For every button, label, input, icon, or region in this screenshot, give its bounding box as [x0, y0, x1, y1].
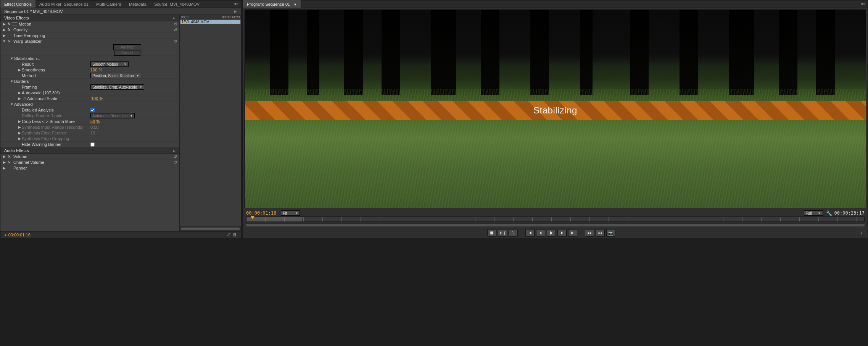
effect-warp-stabilizer[interactable]: fx Warp Stabilizer ↺: [0, 39, 179, 44]
keyframe-stopwatch-icon[interactable]: ⏱: [22, 97, 27, 101]
lift-button[interactable]: [585, 229, 594, 237]
method-dropdown[interactable]: Position, Scale, Rotation▼: [90, 73, 141, 78]
twisty-icon[interactable]: [2, 22, 6, 26]
warp-framing: Framing Stabilize, Crop, Auto-scale▼: [0, 84, 179, 90]
play-button[interactable]: [547, 229, 556, 237]
clip-block[interactable]: MVI_4048.MOV: [180, 19, 241, 24]
timeline-hscroll[interactable]: [180, 226, 241, 231]
twisty-icon[interactable]: [10, 79, 14, 83]
hide-banner-checkbox[interactable]: [90, 142, 95, 147]
trash-icon[interactable]: 🗑: [233, 232, 237, 237]
reset-button[interactable]: ↺: [172, 27, 178, 32]
twisty-icon[interactable]: [17, 131, 22, 135]
fx-enabled-icon[interactable]: fx: [6, 160, 12, 164]
twisty-icon[interactable]: [2, 28, 6, 32]
fx-enabled-icon[interactable]: fx: [6, 39, 12, 43]
effect-motion[interactable]: fx Motion ↺: [0, 21, 179, 27]
result-dropdown[interactable]: Smooth Motion▼: [90, 61, 129, 67]
fx-enabled-icon[interactable]: fx: [6, 28, 12, 32]
go-to-in-button[interactable]: [525, 229, 535, 237]
footer-timecode[interactable]: 00:00:01:16: [8, 233, 31, 237]
warp-analyze-row: Analyze: [0, 44, 179, 50]
warp-hide-banner: Hide Warning Banner: [0, 142, 179, 147]
effect-channel-volume[interactable]: fx Channel Volume ↺: [0, 160, 179, 165]
detailed-analysis-checkbox[interactable]: [90, 108, 95, 112]
playhead-indicator[interactable]: [184, 24, 184, 226]
reset-button[interactable]: ↺: [172, 154, 178, 159]
twisty-icon[interactable]: [2, 39, 6, 43]
tab-multi-camera[interactable]: Multi-Camera: [92, 1, 125, 8]
settings-wrench-icon[interactable]: 🔧: [826, 210, 832, 216]
effect-time-remapping[interactable]: Time Remapping: [0, 33, 179, 39]
effect-volume[interactable]: fx Volume ↺: [0, 154, 179, 160]
extract-button[interactable]: [596, 229, 605, 237]
twisty-icon[interactable]: [10, 102, 14, 106]
program-viewport[interactable]: Stabilizing: [245, 10, 866, 208]
warp-smoothness: Smoothness 100 %: [0, 67, 179, 73]
reset-button[interactable]: ↺: [172, 160, 178, 165]
twisty-icon[interactable]: [17, 137, 22, 141]
zoom-fit-dropdown[interactable]: Fit▼: [281, 210, 300, 216]
warp-borders-group[interactable]: Borders: [0, 79, 179, 84]
export-frame-button[interactable]: 📷: [606, 229, 615, 237]
smoothness-value[interactable]: 100 %: [90, 68, 102, 72]
current-timecode[interactable]: 00:00:01:16: [246, 210, 276, 216]
chevron-down-icon[interactable]: ▼: [293, 3, 297, 6]
reset-button[interactable]: ↺: [172, 39, 178, 44]
twisty-icon[interactable]: [2, 34, 6, 37]
step-forward-button[interactable]: [557, 229, 567, 237]
go-to-out-button[interactable]: [568, 229, 577, 237]
in-out-range[interactable]: [246, 217, 302, 222]
effect-controls-timeline[interactable]: 00;00 00:00:14:23 MVI_4048.MOV: [180, 15, 241, 231]
step-back-button[interactable]: [536, 229, 545, 237]
clip-header: Sequence 01 * MVI_4048.MOV ▶: [0, 8, 241, 15]
mark-in-button[interactable]: [487, 229, 496, 237]
warp-stabilization-group[interactable]: Stabilization...: [0, 56, 179, 61]
warp-advanced-group[interactable]: Advanced: [0, 102, 179, 107]
twisty-icon[interactable]: [10, 57, 14, 60]
program-time-ruler[interactable]: [246, 217, 865, 222]
program-hscroll[interactable]: [246, 223, 865, 227]
tab-audio-mixer[interactable]: Audio Mixer: Sequence 01: [35, 1, 92, 8]
mark-clip-button[interactable]: }: [509, 229, 518, 237]
tab-effect-controls[interactable]: Effect Controls: [0, 0, 35, 8]
fx-enabled-icon[interactable]: fx: [6, 22, 12, 26]
playhead-indicator[interactable]: [251, 216, 254, 219]
warp-autoscale: Auto-scale (107.3%): [0, 90, 179, 96]
panel-menu[interactable]: ▾≡: [232, 2, 241, 6]
twisty-icon[interactable]: [17, 68, 22, 72]
reset-button[interactable]: ↺: [172, 22, 178, 27]
mark-out-button[interactable]: {: [498, 229, 507, 237]
additional-scale-value[interactable]: 100 %: [91, 96, 103, 101]
twisty-icon[interactable]: [17, 91, 22, 95]
twisty-icon[interactable]: [17, 120, 22, 123]
audio-effects-header[interactable]: Audio Effects▲: [0, 147, 179, 154]
video-effects-header[interactable]: Video Effects▲: [0, 15, 179, 21]
synth-range-value: 0.50: [90, 125, 98, 129]
twisty-icon[interactable]: [17, 97, 22, 100]
effect-opacity[interactable]: fx Opacity ↺: [0, 27, 179, 33]
analyze-button[interactable]: Analyze: [113, 44, 142, 50]
warp-detailed-analysis: Detailed Analysis: [0, 107, 179, 113]
resolution-dropdown[interactable]: Full▼: [804, 210, 823, 216]
synth-feather-value: 10: [90, 131, 95, 135]
fx-enabled-icon[interactable]: fx: [6, 155, 12, 158]
panel-menu[interactable]: ▾≡: [859, 2, 868, 6]
twisty-icon[interactable]: [2, 166, 6, 170]
tab-program[interactable]: Program: Sequence 01 ▼: [243, 0, 301, 8]
zoom-tool-icon[interactable]: ⤢: [227, 232, 230, 237]
effect-panner[interactable]: Panner: [0, 165, 179, 171]
cancel-button[interactable]: Cancel: [114, 50, 140, 56]
framing-dropdown[interactable]: Stabilize, Crop, Auto-scale▼: [90, 84, 144, 90]
effect-box-icon[interactable]: [12, 22, 17, 26]
program-monitor-panel: Program: Sequence 01 ▼ ▾≡ Stabilizing 00…: [243, 0, 868, 238]
svg-rect-1: [588, 233, 589, 234]
twisty-icon[interactable]: [2, 155, 6, 158]
crop-less-value[interactable]: 50 %: [90, 119, 100, 124]
button-editor-add[interactable]: +: [858, 230, 865, 236]
tab-metadata[interactable]: Metadata: [125, 1, 150, 8]
twisty-icon[interactable]: [17, 125, 22, 129]
chevron-down-icon: ▼: [295, 212, 298, 215]
tab-source[interactable]: Source: MVI_4048.MOV: [150, 1, 203, 8]
twisty-icon[interactable]: [2, 160, 6, 164]
